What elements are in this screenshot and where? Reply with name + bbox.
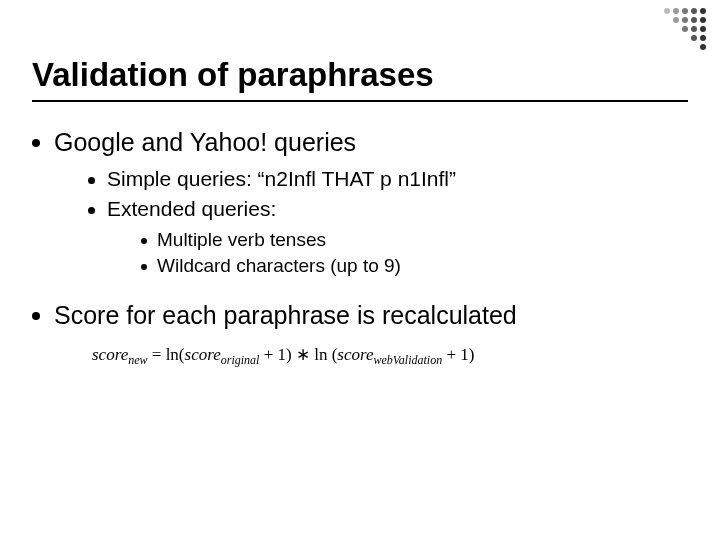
- formula-var: score: [185, 345, 221, 364]
- list-item: Extended queries: Multiple verb tenses W…: [88, 197, 456, 285]
- bullet-text: Wildcard characters (up to 9): [157, 255, 401, 277]
- bullet-list: Google and Yahoo! queries Simple queries…: [32, 128, 688, 330]
- bullet-text: Extended queries:: [107, 197, 276, 220]
- corner-decoration: [664, 8, 706, 50]
- list-item: Simple queries: “n2Infl THAT p n1Infl”: [88, 167, 456, 191]
- formula-sub: original: [221, 353, 260, 367]
- bullet-icon: [88, 207, 95, 214]
- bullet-text: Multiple verb tenses: [157, 229, 326, 251]
- score-formula: scorenew = ln(scoreoriginal + 1) ∗ ln (s…: [92, 344, 688, 368]
- formula-var: score: [92, 345, 128, 364]
- formula-sub: new: [128, 353, 147, 367]
- formula-var: score: [337, 345, 373, 364]
- list-item: Wildcard characters (up to 9): [141, 255, 401, 277]
- bullet-icon: [141, 238, 147, 244]
- bullet-icon: [88, 177, 95, 184]
- slide-body: Validation of paraphrases Google and Yah…: [0, 0, 720, 368]
- list-item: Google and Yahoo! queries Simple queries…: [32, 128, 688, 291]
- bullet-text: Simple queries: “n2Infl THAT p n1Infl”: [107, 167, 456, 191]
- formula-text: + 1) ∗ ln (: [259, 345, 337, 364]
- bullet-text: Score for each paraphrase is recalculate…: [54, 301, 517, 330]
- bullet-icon: [32, 139, 40, 147]
- bullet-text: Google and Yahoo! queries: [54, 128, 356, 156]
- list-item: Score for each paraphrase is recalculate…: [32, 301, 688, 330]
- formula-text: = ln(: [148, 345, 185, 364]
- list-item: Multiple verb tenses: [141, 229, 401, 251]
- formula-text: + 1): [442, 345, 474, 364]
- slide-title: Validation of paraphrases: [32, 56, 688, 94]
- bullet-icon: [32, 312, 40, 320]
- title-rule: [32, 100, 688, 102]
- formula-sub: webValidation: [374, 353, 443, 367]
- bullet-icon: [141, 264, 147, 270]
